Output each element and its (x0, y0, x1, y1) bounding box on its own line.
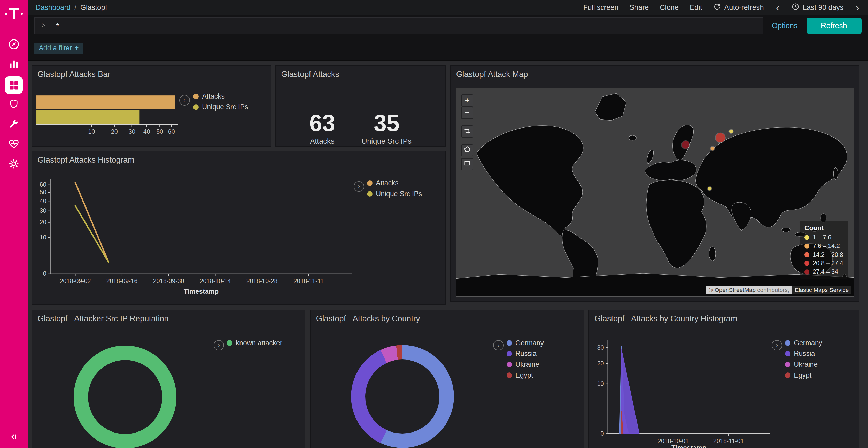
refresh-button[interactable]: Refresh (807, 18, 862, 34)
sidebar-item-discover[interactable] (0, 35, 28, 55)
attack-location-dot[interactable] (708, 186, 711, 191)
bucket-swatch (804, 269, 809, 274)
telekom-logo[interactable]: T (0, 3, 28, 24)
svg-text:10: 10 (88, 128, 95, 135)
options-link[interactable]: Options (772, 22, 798, 30)
bucket-range-label: 1 – 7.6 (813, 234, 831, 241)
legend-item[interactable]: Ukraine (506, 360, 544, 369)
reputation-donut-chart[interactable] (74, 346, 177, 448)
auto-refresh-button[interactable]: Auto-refresh (713, 3, 764, 12)
fit-bounds-button[interactable] (461, 126, 473, 138)
sidebar-collapse-button[interactable] (0, 430, 28, 446)
share-button[interactable]: Share (629, 3, 649, 12)
legend-toggle-button[interactable]: › (493, 340, 503, 350)
auto-refresh-label: Auto-refresh (724, 3, 764, 12)
sidebar-item-security[interactable] (0, 95, 28, 115)
sidebar-item-dev-tools[interactable] (0, 115, 28, 135)
country-legend: GermanyRussiaUkraineEgypt (506, 339, 544, 379)
legend-label: Unique Src IPs (202, 103, 248, 111)
zoom-out-button[interactable]: − (461, 107, 473, 119)
donut-hole (365, 359, 439, 434)
legend-item[interactable]: Egypt (506, 371, 544, 379)
attack-location-dot[interactable] (710, 146, 714, 150)
svg-text:2018-10-28: 2018-10-28 (246, 278, 278, 284)
attacks-bar-svg[interactable]: 102030405060 (36, 91, 197, 144)
legend-item[interactable]: Russia (506, 350, 544, 358)
metric-label: Attacks (309, 137, 335, 145)
full-screen-button[interactable]: Full screen (583, 3, 618, 12)
metric-group: 63 Attacks 35 Unique Src IPs (276, 111, 445, 145)
country-histogram-svg[interactable]: 01020302018-10-012018-11-01Timestamp (593, 333, 779, 448)
sidebar-item-visualize[interactable] (0, 55, 28, 75)
attack-location-dot[interactable] (729, 129, 733, 133)
legend-item[interactable]: Unique Src IPs (193, 103, 248, 111)
country-donut-chart[interactable] (351, 345, 454, 448)
clone-button[interactable]: Clone (660, 3, 679, 12)
osm-attribution[interactable]: © OpenStreetMap contributors, (706, 286, 792, 294)
bucket-swatch (804, 252, 809, 257)
draw-rectangle-button[interactable] (461, 158, 473, 170)
svg-text:20: 20 (40, 219, 46, 226)
panel-title: Glastopf Attack Map (451, 66, 859, 83)
filter-bar: Add a filter + (28, 36, 868, 61)
legend-item[interactable]: Germany (785, 339, 822, 347)
map-legend-title: Count (804, 224, 843, 232)
rectangle-icon (464, 160, 471, 169)
svg-text:2018-11-01: 2018-11-01 (713, 438, 744, 444)
legend-item[interactable]: Russia (785, 350, 822, 358)
metric-value: 35 (362, 111, 411, 135)
legend-label: Ukraine (794, 360, 817, 369)
legend-swatch (785, 351, 790, 356)
map-legend-bucket: 27.4 – 34 (804, 268, 843, 275)
search-query-input[interactable]: >_ * (34, 17, 763, 34)
breadcrumb-dashboard-link[interactable]: Dashboard (35, 3, 70, 12)
time-back-button[interactable]: ‹ (775, 2, 781, 13)
legend-item[interactable]: Egypt (785, 371, 822, 379)
svg-text:20: 20 (597, 360, 604, 367)
bucket-range-label: 7.6 – 14.2 (813, 243, 840, 249)
attack-location-dot[interactable] (682, 141, 689, 149)
sidebar-item-monitoring[interactable] (0, 135, 28, 155)
legend-item[interactable]: Ukraine (785, 360, 822, 369)
sidebar-item-dashboard-active[interactable] (0, 75, 28, 95)
legend-item[interactable]: known attacker (227, 339, 282, 347)
breadcrumb-separator: / (74, 3, 76, 12)
svg-text:20: 20 (111, 128, 118, 135)
draw-polygon-button[interactable] (461, 144, 473, 157)
legend-item[interactable]: Germany (506, 339, 544, 347)
svg-text:10: 10 (40, 234, 46, 241)
legend-label: known attacker (236, 339, 282, 347)
legend-label: Germany (794, 339, 822, 347)
svg-text:Timestamp: Timestamp (184, 288, 219, 295)
ems-attribution[interactable]: Elastic Maps Service (792, 286, 851, 294)
legend-item[interactable]: Attacks (193, 92, 248, 100)
panel-attacks-histogram: Glastopf Attacks Histogram 0102030405060… (32, 151, 445, 305)
zoom-in-button[interactable]: + (461, 95, 473, 107)
attacks-histogram-svg[interactable]: 01020304050602018-09-022018-09-162018-09… (36, 174, 361, 304)
wrench-icon (8, 118, 20, 132)
sidebar-item-management[interactable] (0, 155, 28, 175)
legend-swatch (785, 362, 790, 367)
panel-title: Glastopf - Attacks by Country (311, 310, 584, 327)
map-legend-bucket: 1 – 7.6 (804, 234, 843, 241)
edit-button[interactable]: Edit (690, 3, 702, 12)
legend-toggle-button[interactable]: › (772, 340, 782, 350)
legend-label: Attacks (376, 179, 399, 187)
add-filter-button[interactable]: Add a filter + (34, 43, 83, 54)
bucket-range-label: 14.2 – 20.8 (813, 251, 843, 258)
metric-label: Unique Src IPs (362, 137, 411, 145)
country-histogram-legend: GermanyRussiaUkraineEgypt (785, 339, 822, 379)
bar-chart-icon (8, 58, 20, 72)
legend-label: Germany (516, 339, 544, 347)
legend-toggle-button[interactable]: › (214, 340, 224, 350)
attacks-histogram-legend: AttacksUnique Src IPs (367, 179, 422, 198)
world-map[interactable]: + − Count 1 – 7.67.6 – 14.214.2 – 20.820… (456, 88, 854, 297)
time-picker-button[interactable]: Last 90 days (792, 3, 843, 12)
time-forward-button[interactable]: › (855, 2, 860, 13)
legend-toggle-button[interactable]: › (354, 181, 364, 192)
svg-text:30: 30 (40, 207, 46, 214)
legend-item[interactable]: Attacks (367, 179, 422, 187)
legend-toggle-button[interactable]: › (179, 95, 190, 105)
attack-location-dot[interactable] (716, 133, 725, 142)
legend-item[interactable]: Unique Src IPs (367, 190, 422, 198)
